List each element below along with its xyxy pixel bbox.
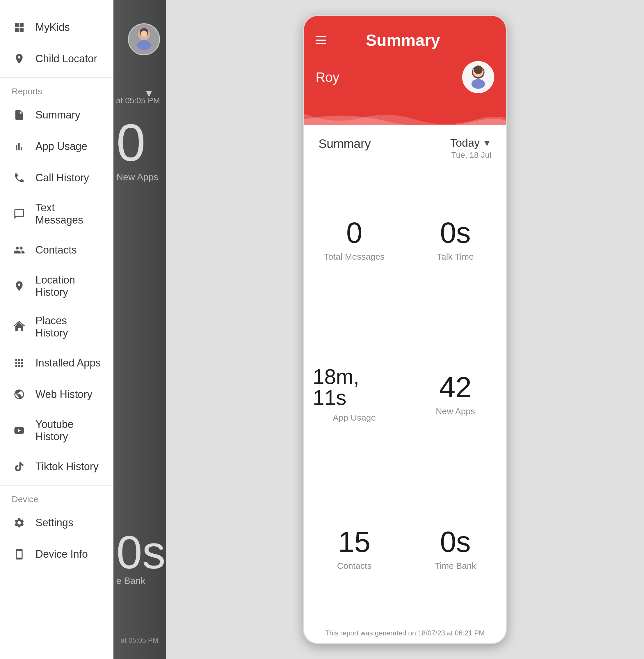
svg-point-6: [140, 30, 147, 37]
phone-screen: Summary Roy: [303, 15, 507, 644]
sidebar-item-youtube-history[interactable]: Youtube History: [0, 410, 113, 451]
date-period: Today: [450, 137, 480, 149]
svg-point-10: [472, 79, 485, 89]
hamburger-line-3: [316, 43, 326, 44]
summary-header: Summary Today ▼ Tue, 18 Jul: [304, 125, 506, 166]
talk-time-value: 0s: [440, 218, 471, 247]
sidebar-item-tiktok-history[interactable]: Tiktok History: [0, 451, 113, 482]
avatar-left: [128, 23, 160, 55]
right-panel: Summary Roy: [166, 0, 644, 659]
app-header: Summary Roy: [304, 16, 506, 102]
tiktok-icon: [12, 459, 27, 474]
map-pin-icon: [12, 279, 27, 294]
overlay-footer: at 05:05 PM: [113, 636, 166, 644]
sidebar: MyKids Child Locator Reports Summary App…: [0, 0, 113, 659]
app-usage-label: App Usage: [333, 413, 376, 423]
people-icon: [12, 242, 27, 258]
sidebar-item-installed-apps[interactable]: Installed Apps: [0, 347, 113, 379]
grid-dots-icon: [12, 355, 27, 371]
phone-icon: [12, 170, 27, 185]
time-bank-label: Time Bank: [435, 561, 476, 571]
svg-point-5: [137, 40, 151, 50]
hamburger-line-2: [316, 40, 326, 41]
section-reports-title: Reports: [0, 81, 113, 99]
new-apps-label: New Apps: [436, 407, 475, 416]
device-icon: [12, 547, 27, 562]
app-footer: This report was generated on 18/07/23 at…: [304, 623, 506, 643]
location-pin-icon: [12, 51, 27, 66]
hamburger-menu-button[interactable]: [316, 36, 326, 44]
contacts-value: 15: [338, 527, 370, 556]
bar-chart-icon: [12, 139, 27, 154]
report-generated-text: This report was generated on 18/07/23 at…: [325, 629, 485, 637]
app-usage-value: 18m, 11s: [313, 366, 396, 408]
sidebar-item-places-history[interactable]: Places History: [0, 307, 113, 347]
sidebar-item-contacts[interactable]: Contacts: [0, 234, 113, 266]
youtube-icon: [12, 423, 27, 438]
sidebar-item-child-locator[interactable]: Child Locator: [0, 43, 113, 74]
stat-new-apps: 42 New Apps: [405, 314, 506, 475]
sidebar-item-settings[interactable]: Settings: [0, 507, 113, 539]
document-icon: [12, 107, 27, 123]
left-overlay-panel: ▼ at 05:05 PM 0 New Apps 0s e Bank at 05…: [113, 0, 166, 659]
sidebar-item-app-usage[interactable]: App Usage: [0, 131, 113, 162]
overlay-big-zero: 0: [116, 116, 166, 169]
chevron-down-icon[interactable]: ▼: [483, 138, 491, 148]
total-messages-value: 0: [346, 218, 363, 247]
sidebar-item-text-messages[interactable]: Text Messages: [0, 194, 113, 234]
talk-time-label: Talk Time: [437, 252, 474, 262]
sidebar-item-device-info[interactable]: Device Info: [0, 539, 113, 570]
new-apps-value: 42: [439, 373, 472, 402]
user-name: Roy: [316, 69, 340, 85]
overlay-new-apps: New Apps: [116, 172, 166, 182]
sidebar-item-call-history[interactable]: Call History: [0, 162, 113, 194]
stats-grid: 0 Total Messages 0s Talk Time 18m, 11s A…: [304, 166, 506, 623]
time-bank-value: 0s: [440, 527, 471, 556]
sidebar-item-mykids[interactable]: MyKids: [0, 12, 113, 43]
left-panel: MyKids Child Locator Reports Summary App…: [0, 0, 166, 659]
date-selector[interactable]: Today ▼ Tue, 18 Jul: [450, 137, 491, 160]
building-icon: [12, 319, 27, 334]
hamburger-line-1: [316, 36, 326, 37]
contacts-label: Contacts: [337, 561, 371, 571]
stat-app-usage: 18m, 11s App Usage: [304, 314, 405, 475]
total-messages-label: Total Messages: [324, 252, 385, 262]
stat-contacts: 15 Contacts: [304, 475, 405, 623]
header-title: Summary: [332, 30, 474, 49]
wave-decoration: [304, 102, 506, 125]
date-sub: Tue, 18 Jul: [452, 151, 491, 160]
overlay-zero-bottom: 0s: [116, 529, 165, 575]
message-icon: [12, 206, 27, 221]
globe-icon: [12, 387, 27, 402]
stat-time-bank: 0s Time Bank: [405, 475, 506, 623]
gear-icon: [12, 515, 27, 530]
avatar-right[interactable]: [462, 61, 494, 93]
summary-label: Summary: [319, 137, 371, 151]
stat-talk-time: 0s Talk Time: [405, 166, 506, 314]
sidebar-item-summary[interactable]: Summary: [0, 99, 113, 131]
section-device-title: Device: [0, 488, 113, 507]
grid-icon: [12, 20, 27, 35]
divider-reports: [0, 78, 113, 78]
overlay-date-text: at 05:05 PM: [116, 96, 160, 105]
svg-point-9: [474, 65, 483, 74]
sidebar-item-web-history[interactable]: Web History: [0, 379, 113, 410]
sidebar-item-location-history[interactable]: Location History: [0, 266, 113, 307]
stat-total-messages: 0 Total Messages: [304, 166, 405, 314]
